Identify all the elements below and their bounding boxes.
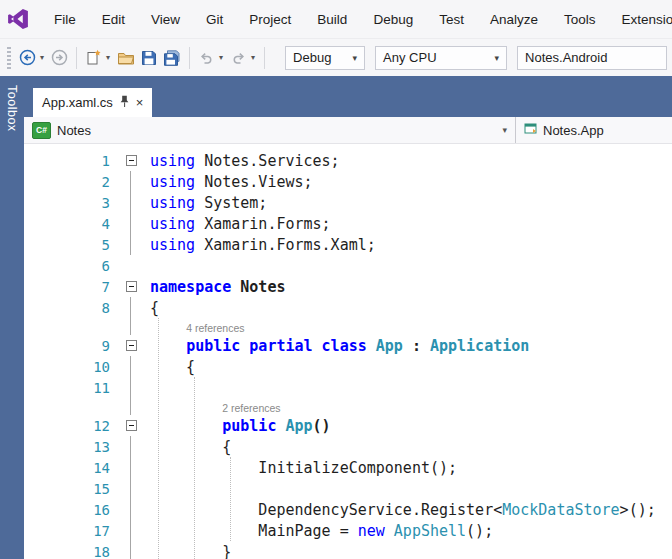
outline-margin	[122, 436, 140, 457]
startup-project-value: Notes.Android	[525, 50, 607, 65]
outline-collapse-box[interactable]	[126, 340, 137, 351]
line-number: 13	[24, 439, 122, 455]
close-icon[interactable]: ×	[136, 96, 144, 109]
save-button[interactable]	[139, 48, 159, 68]
solution-platform-dropdown[interactable]: Any CPU ▾	[375, 46, 507, 70]
code-line[interactable]: 3using System;	[24, 192, 672, 213]
menu-item-analyze[interactable]: Analyze	[477, 12, 551, 27]
code-line[interactable]: 7namespace Notes	[24, 276, 672, 297]
open-file-button[interactable]	[115, 48, 137, 68]
line-number: 4	[24, 216, 122, 232]
code-line[interactable]: 14 InitializeComponent();	[24, 457, 672, 478]
solution-platform-value: Any CPU	[383, 50, 436, 65]
menu-item-extensions[interactable]: Extensions	[609, 12, 672, 27]
menu-item-build[interactable]: Build	[304, 12, 360, 27]
undo-button[interactable]	[196, 48, 217, 68]
code-area[interactable]: 1using Notes.Services;2using Notes.Views…	[24, 144, 672, 559]
project-dropdown[interactable]: C# Notes ▾	[24, 117, 515, 143]
outline-margin	[122, 171, 140, 192]
visual-studio-window: File Edit View Git Project Build Debug T…	[0, 0, 672, 559]
line-number: 8	[24, 300, 122, 316]
menu-item-project[interactable]: Project	[236, 12, 304, 27]
code-line[interactable]: 5using Xamarin.Forms.Xaml;	[24, 234, 672, 255]
undo-dropdown-caret[interactable]: ▾	[219, 53, 223, 62]
new-file-dropdown-caret[interactable]: ▾	[106, 53, 110, 62]
code-text: using Notes.Views;	[140, 173, 313, 191]
code-line[interactable]: 11	[24, 377, 672, 398]
toolbar-grip[interactable]	[7, 47, 11, 69]
csharp-project-icon: C#	[32, 122, 51, 139]
tab-app-xaml-cs[interactable]: App.xaml.cs ×	[33, 88, 152, 117]
menu-item-git[interactable]: Git	[193, 12, 236, 27]
line-number: 7	[24, 279, 122, 295]
code-text: namespace Notes	[140, 278, 285, 296]
codelens-text[interactable]: 2 references	[140, 398, 281, 416]
startup-project-dropdown[interactable]: Notes.Android	[517, 46, 667, 70]
code-line[interactable]: 12 public App()	[24, 415, 672, 436]
code-line[interactable]: 13 {	[24, 436, 672, 457]
code-line[interactable]: 17 MainPage = new AppShell();	[24, 520, 672, 541]
code-line[interactable]: 9 public partial class App : Application	[24, 335, 672, 356]
code-line[interactable]: 8{	[24, 297, 672, 318]
codelens-text[interactable]: 4 references	[140, 318, 245, 336]
redo-dropdown-caret[interactable]: ▾	[251, 53, 255, 62]
save-all-button[interactable]	[161, 48, 183, 68]
code-editor[interactable]: 1using Notes.Services;2using Notes.Views…	[24, 144, 672, 559]
outline-margin	[122, 318, 140, 335]
chevron-down-icon: ▾	[495, 53, 500, 63]
code-line[interactable]: 18 }	[24, 541, 672, 559]
code-text: {	[140, 358, 195, 376]
code-text: using Notes.Services;	[140, 152, 340, 170]
menu-item-file[interactable]: File	[41, 12, 89, 27]
menu-item-view[interactable]: View	[138, 12, 193, 27]
line-number: 14	[24, 460, 122, 476]
standard-toolbar: ▾ ▾	[0, 38, 672, 76]
line-number: 12	[24, 418, 122, 434]
type-dropdown[interactable]: Notes.App	[516, 117, 672, 143]
outline-margin	[122, 499, 140, 520]
code-line[interactable]: 15	[24, 478, 672, 499]
code-text: using System;	[140, 194, 267, 212]
code-line[interactable]: 6	[24, 255, 672, 276]
code-text: using Xamarin.Forms.Xaml;	[140, 236, 376, 254]
pin-icon[interactable]	[120, 95, 129, 111]
codelens-row[interactable]: 4 references	[24, 318, 672, 335]
line-number: 17	[24, 523, 122, 539]
outline-margin	[122, 213, 140, 234]
code-text: public App()	[140, 417, 331, 435]
code-line[interactable]: 2using Notes.Views;	[24, 171, 672, 192]
code-text: using Xamarin.Forms;	[140, 215, 331, 233]
line-number: 11	[24, 380, 122, 396]
outline-margin	[122, 520, 140, 541]
navigate-forward-button[interactable]	[49, 47, 70, 68]
outline-margin	[122, 335, 140, 356]
code-line[interactable]: 4using Xamarin.Forms;	[24, 213, 672, 234]
outline-collapse-box[interactable]	[126, 420, 137, 431]
menu-item-debug[interactable]: Debug	[360, 12, 426, 27]
tab-label: App.xaml.cs	[42, 95, 113, 110]
solution-configuration-dropdown[interactable]: Debug ▾	[285, 46, 365, 70]
menu-item-test[interactable]: Test	[426, 12, 477, 27]
codelens-row[interactable]: 2 references	[24, 398, 672, 415]
line-number: 16	[24, 502, 122, 518]
redo-button[interactable]	[228, 48, 249, 68]
code-text: {	[140, 438, 231, 456]
menu-item-edit[interactable]: Edit	[89, 12, 138, 27]
outline-margin	[122, 255, 140, 276]
tab-bar: App.xaml.cs ×	[24, 76, 672, 117]
line-number: 9	[24, 338, 122, 354]
code-text: }	[140, 543, 231, 559]
project-dropdown-value: Notes	[57, 123, 91, 138]
code-line[interactable]: 10 {	[24, 356, 672, 377]
code-line[interactable]: 16 DependencyService.Register<MockDataSt…	[24, 499, 672, 520]
outline-collapse-box[interactable]	[126, 155, 137, 166]
line-number: 3	[24, 195, 122, 211]
new-file-button[interactable]	[83, 47, 104, 68]
line-number: 1	[24, 153, 122, 169]
outline-collapse-box[interactable]	[126, 281, 137, 292]
navigate-back-dropdown-caret[interactable]: ▾	[40, 53, 44, 62]
navigate-back-button[interactable]	[17, 47, 38, 68]
menu-item-tools[interactable]: Tools	[551, 12, 609, 27]
code-line[interactable]: 1using Notes.Services;	[24, 150, 672, 171]
toolbox-tab[interactable]: Toolbox	[0, 76, 24, 559]
